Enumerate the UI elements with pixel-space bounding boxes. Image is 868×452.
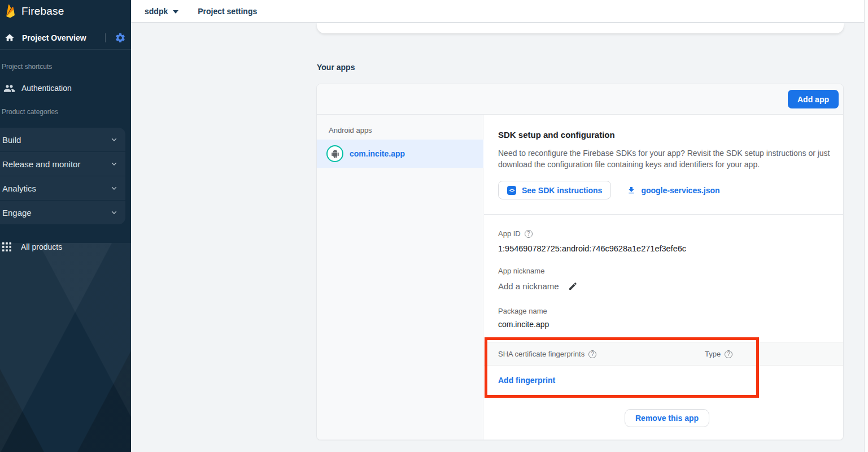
sidebar-item-project-overview[interactable]: Project Overview (0, 27, 131, 50)
add-fingerprint-link[interactable]: Add fingerprint (498, 376, 555, 385)
help-icon[interactable] (525, 230, 533, 238)
project-settings-gear-icon[interactable] (115, 32, 126, 44)
edit-nickname-button[interactable] (568, 281, 578, 291)
previous-card-partial (317, 23, 844, 33)
category-analytics[interactable]: Analytics (0, 176, 125, 200)
project-name: sddpk (145, 7, 168, 16)
card-header: Add app (317, 84, 843, 115)
caret-down-icon (173, 10, 178, 14)
sidebar-decorative-pattern (0, 243, 131, 452)
page-title: Project settings (198, 7, 257, 16)
package-name-label: Package name (498, 307, 547, 315)
app-nickname-row: Add a nickname (498, 281, 578, 291)
app-id-value: 1:954690782725:android:746c9628a1e271ef3… (498, 244, 686, 253)
group-label-product-categories: Product categories (2, 108, 126, 116)
category-engage[interactable]: Engage (0, 201, 125, 224)
your-apps-card: Add app Android apps com.incite.app SDK … (316, 84, 844, 440)
app-id-label: App ID (498, 229, 533, 238)
category-label: Release and monitor (2, 159, 80, 169)
sdk-section-title: SDK setup and configuration (498, 130, 615, 140)
download-google-services-link[interactable]: google-services.json (627, 186, 719, 195)
code-icon: <> (507, 186, 516, 195)
fingerprint-table-header: SHA certificate fingerprints Type (484, 342, 844, 366)
category-label: Analytics (2, 184, 36, 193)
app-detail-panel: SDK setup and configuration Need to reco… (484, 115, 844, 440)
add-app-button[interactable]: Add app (788, 90, 839, 108)
app-name: com.incite.app (350, 149, 405, 158)
sidebar-item-label: Authentication (21, 84, 72, 93)
app-nickname-label: App nickname (498, 267, 544, 275)
chevron-down-icon (111, 136, 117, 143)
android-app-avatar (326, 145, 343, 162)
package-name-value: com.incite.app (498, 320, 549, 329)
category-label: Build (2, 135, 21, 145)
chevron-down-icon (111, 209, 117, 216)
sha-column-header: SHA certificate fingerprints (498, 350, 596, 358)
help-icon[interactable] (588, 350, 596, 358)
topbar: sddpk Project settings (131, 0, 868, 23)
project-selector[interactable]: sddpk (145, 7, 178, 16)
sidebar-item-label: Project Overview (22, 33, 86, 42)
group-label-project-shortcuts: Project shortcuts (2, 63, 126, 71)
sidebar: Firebase Project Overview Project shortc… (0, 0, 131, 452)
firebase-flame-icon (5, 3, 16, 19)
category-label: Engage (2, 208, 32, 218)
chevron-down-icon (111, 185, 117, 192)
chevron-down-icon (111, 160, 117, 167)
apps-list-title: Android apps (329, 126, 372, 134)
type-column-label: Type (705, 350, 721, 358)
type-column-header: Type (705, 350, 732, 358)
help-icon[interactable] (725, 350, 732, 358)
divider (484, 214, 844, 215)
page-scrollbar[interactable] (864, 0, 868, 452)
firebase-logo[interactable]: Firebase (0, 0, 131, 23)
app-list-item-selected[interactable]: com.incite.app (317, 140, 483, 168)
app-id-label-text: App ID (498, 229, 521, 238)
nickname-placeholder: Add a nickname (498, 281, 559, 291)
category-release-and-monitor[interactable]: Release and monitor (0, 152, 125, 176)
sidebar-item-all-products[interactable]: All products (0, 237, 131, 257)
home-icon (5, 33, 15, 43)
sidebar-item-label: All products (21, 242, 62, 251)
your-apps-heading: Your apps (317, 63, 355, 72)
sdk-actions-row: <> See SDK instructions google-services.… (498, 181, 720, 199)
see-sdk-instructions-button[interactable]: <> See SDK instructions (498, 181, 611, 199)
divider (105, 33, 106, 42)
sidebar-item-authentication[interactable]: Authentication (0, 78, 131, 98)
category-build[interactable]: Build (0, 128, 125, 151)
pencil-icon (568, 281, 578, 291)
download-icon (627, 186, 636, 195)
download-link-label: google-services.json (641, 186, 719, 195)
apps-list-panel: Android apps com.incite.app (317, 115, 483, 440)
brand-name: Firebase (21, 5, 64, 18)
people-icon (3, 82, 15, 94)
remove-app-button[interactable]: Remove this app (625, 409, 709, 427)
sdk-section-description: Need to reconfigure the Firebase SDKs fo… (498, 147, 832, 170)
see-sdk-instructions-label: See SDK instructions (522, 186, 602, 195)
sha-column-label: SHA certificate fingerprints (498, 350, 585, 358)
category-accordion: Build Release and monitor Analytics Enga… (0, 128, 125, 224)
grid-icon (2, 242, 11, 251)
